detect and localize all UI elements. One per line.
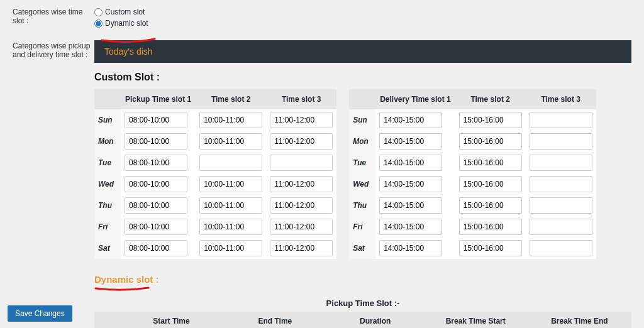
day-label: Wed bbox=[94, 173, 121, 195]
table-row: Mon bbox=[349, 131, 596, 152]
delivery-slot2-input[interactable] bbox=[459, 176, 522, 192]
delivery-slot2-input[interactable] bbox=[459, 112, 522, 128]
delivery-slot3-input[interactable] bbox=[530, 133, 592, 150]
radio-dynamic-slot[interactable]: Dynamic slot bbox=[94, 18, 148, 29]
th-break-start: Break Time Start bbox=[424, 312, 528, 328]
th-pickup-slot1: Pickup Time slot 1 bbox=[121, 89, 196, 109]
pickup-slot3-input[interactable] bbox=[270, 112, 333, 128]
delivery-slot3-input[interactable] bbox=[530, 197, 592, 214]
pickup-slot1-input[interactable] bbox=[125, 197, 187, 214]
pickup-slot1-input[interactable] bbox=[125, 240, 187, 256]
dynamic-slot-heading: Dynamic slot : bbox=[94, 274, 631, 285]
delivery-slot1-input[interactable] bbox=[379, 155, 442, 171]
day-label: Fri bbox=[349, 216, 375, 238]
delivery-slot2-input[interactable] bbox=[459, 219, 522, 235]
annotation-underline-dynamic-heading bbox=[94, 286, 631, 292]
table-row: Thu bbox=[94, 195, 336, 216]
th-delivery-slot1: Delivery Time slot 1 bbox=[375, 89, 455, 109]
pickup-slot3-input[interactable] bbox=[270, 240, 333, 256]
pickup-time-slot-subheading: Pickup Time Slot :- bbox=[94, 298, 631, 308]
delivery-slot-table: Delivery Time slot 1 Time slot 2 Time sl… bbox=[349, 89, 596, 259]
table-row: Mon bbox=[94, 131, 336, 152]
pickup-slot1-input[interactable] bbox=[125, 219, 187, 235]
th-delivery-slot3: Time slot 3 bbox=[526, 89, 596, 109]
radio-dynamic-slot-input[interactable] bbox=[94, 19, 103, 28]
pickup-slot3-input[interactable] bbox=[270, 176, 333, 192]
day-label: Tue bbox=[94, 152, 121, 173]
save-button[interactable]: Save Changes bbox=[8, 305, 72, 322]
table-row: Sun bbox=[349, 109, 596, 131]
radio-custom-slot-input[interactable] bbox=[94, 8, 103, 16]
day-label: Sun bbox=[94, 109, 121, 131]
day-label: Mon bbox=[349, 131, 375, 152]
label-time-slot-mode: Categories wise time slot : bbox=[13, 6, 94, 29]
category-tab-bar: Today's dish bbox=[94, 40, 631, 63]
day-label: Wed bbox=[349, 173, 375, 195]
day-label: Thu bbox=[349, 195, 375, 216]
th-end-time: End Time bbox=[223, 312, 327, 328]
delivery-slot2-input[interactable] bbox=[459, 197, 522, 214]
th-pickup-slot2: Time slot 2 bbox=[196, 89, 266, 109]
radio-custom-slot[interactable]: Custom slot bbox=[94, 6, 148, 18]
custom-slot-heading: Custom Slot : bbox=[94, 72, 631, 83]
delivery-slot3-input[interactable] bbox=[530, 240, 592, 256]
delivery-slot1-input[interactable] bbox=[379, 176, 442, 192]
pickup-slot2-input[interactable] bbox=[199, 155, 262, 171]
day-label: Sun bbox=[349, 109, 375, 131]
table-row: Sat bbox=[94, 238, 336, 259]
dynamic-slot-table: Start Time End Time Duration Break Time … bbox=[94, 312, 631, 328]
delivery-slot3-input[interactable] bbox=[530, 112, 592, 128]
tab-todays-dish[interactable]: Today's dish bbox=[104, 46, 153, 57]
day-label: Fri bbox=[94, 216, 121, 238]
delivery-slot2-input[interactable] bbox=[459, 240, 522, 256]
pickup-slot3-input[interactable] bbox=[270, 197, 333, 214]
pickup-slot3-input[interactable] bbox=[270, 219, 333, 235]
delivery-slot2-input[interactable] bbox=[459, 133, 522, 150]
pickup-slot-table: Pickup Time slot 1 Time slot 2 Time slot… bbox=[94, 89, 336, 259]
day-label: Mon bbox=[94, 131, 121, 152]
custom-slot-tables: Pickup Time slot 1 Time slot 2 Time slot… bbox=[94, 89, 631, 259]
table-row: Sat bbox=[349, 238, 596, 259]
pickup-slot1-input[interactable] bbox=[125, 176, 187, 192]
pickup-delivery-row: Categories wise pickup and delivery time… bbox=[13, 40, 631, 328]
table-row: Fri bbox=[94, 216, 336, 238]
th-break-end: Break Time End bbox=[528, 312, 631, 328]
radio-dynamic-slot-label: Dynamic slot bbox=[105, 18, 148, 29]
pickup-slot2-input[interactable] bbox=[199, 112, 262, 128]
pickup-slot2-input[interactable] bbox=[199, 219, 262, 235]
pickup-slot2-input[interactable] bbox=[199, 133, 262, 150]
table-row: Fri bbox=[349, 216, 596, 238]
delivery-slot1-input[interactable] bbox=[379, 197, 442, 214]
day-label: Thu bbox=[94, 195, 121, 216]
delivery-slot1-input[interactable] bbox=[379, 240, 442, 256]
pickup-slot1-input[interactable] bbox=[125, 112, 187, 128]
day-label: Sat bbox=[94, 238, 121, 259]
pickup-slot3-input[interactable] bbox=[270, 155, 333, 171]
pickup-slot3-input[interactable] bbox=[270, 133, 333, 150]
delivery-slot1-input[interactable] bbox=[379, 112, 442, 128]
delivery-slot3-input[interactable] bbox=[530, 155, 592, 171]
table-row: Tue bbox=[349, 152, 596, 173]
table-row: Thu bbox=[349, 195, 596, 216]
delivery-slot1-input[interactable] bbox=[379, 133, 442, 150]
day-label: Tue bbox=[349, 152, 375, 173]
label-pickup-delivery: Categories wise pickup and delivery time… bbox=[13, 40, 94, 59]
pickup-slot2-input[interactable] bbox=[199, 176, 262, 192]
pickup-slot1-input[interactable] bbox=[125, 155, 187, 171]
delivery-slot1-input[interactable] bbox=[379, 219, 442, 235]
table-row: Sun bbox=[94, 109, 336, 131]
delivery-slot2-input[interactable] bbox=[459, 155, 522, 171]
th-pickup-slot3: Time slot 3 bbox=[266, 89, 336, 109]
delivery-slot3-input[interactable] bbox=[530, 219, 592, 235]
th-duration: Duration bbox=[327, 312, 424, 328]
radio-custom-slot-label: Custom slot bbox=[105, 6, 145, 18]
th-delivery-slot2: Time slot 2 bbox=[455, 89, 526, 109]
pickup-slot2-input[interactable] bbox=[199, 197, 262, 214]
delivery-slot3-input[interactable] bbox=[530, 176, 592, 192]
pickup-slot1-input[interactable] bbox=[125, 133, 187, 150]
table-row: Tue bbox=[94, 152, 336, 173]
pickup-slot2-input[interactable] bbox=[199, 240, 262, 256]
table-row: Wed bbox=[94, 173, 336, 195]
th-start-time: Start Time bbox=[119, 312, 223, 328]
day-label: Sat bbox=[349, 238, 375, 259]
